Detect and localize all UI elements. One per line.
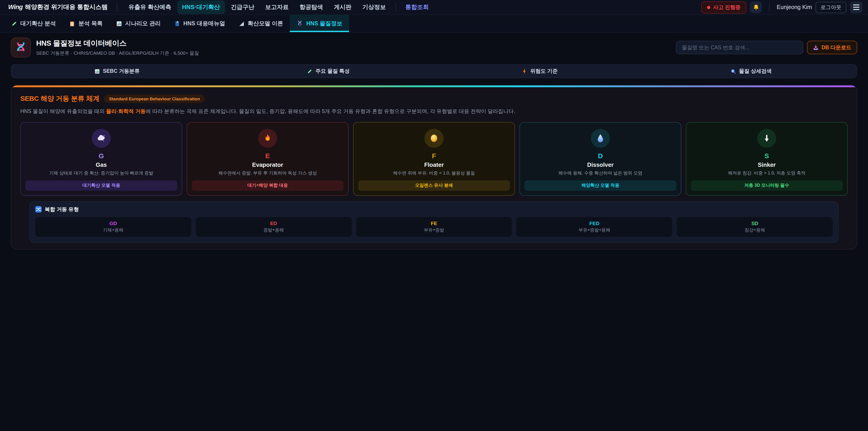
gas-cloud-icon <box>92 129 111 148</box>
top-nav: Wing 해양환경 위기대응 통합시스템 유출유 확산예측 HNS·대기확산 긴… <box>0 0 868 15</box>
tab-substance-detail-search[interactable]: 물질 상세검색 <box>645 65 857 78</box>
divider <box>117 3 117 11</box>
download-tray-icon <box>813 44 819 51</box>
dna-icon <box>15 41 27 53</box>
behavior-name: Floater <box>358 161 510 168</box>
behavior-card-evaporator[interactable]: E Evaporator 해수면에서 증발. 부유 후 기화하여 독성 가스 생… <box>187 122 348 196</box>
subtab-hns-substance-info[interactable]: HNS 물질정보 <box>290 15 349 32</box>
behavior-code: G <box>25 152 177 160</box>
sub-tab-bar: 대기확산 분석 분석 목록 시나리오 관리 <box>0 15 868 33</box>
behavior-code: F <box>358 152 510 160</box>
page-subtitle: SEBC 거동분류 · CHRIS/CAMEO DB · AEGL/ERPG/I… <box>36 50 199 56</box>
nav-item-oil-spill[interactable]: 유출유 확산예측 <box>123 0 176 14</box>
bell-icon <box>752 4 759 11</box>
subtab-atmos-analysis[interactable]: 대기확산 분석 <box>4 15 63 32</box>
divider <box>769 3 770 11</box>
pencil-icon <box>307 68 312 74</box>
complex-chip-ed[interactable]: ED 증발+용해 <box>196 217 352 237</box>
shuffle-icon <box>35 206 41 213</box>
complex-chip-fed[interactable]: FED 부유+증발+용해 <box>517 217 673 237</box>
nav-item-weather[interactable]: 기상정보 <box>358 0 391 14</box>
section-tab-bar: SEBC 거동분류 주요 물질 특성 위험도 기준 물질 상세검색 <box>11 64 857 78</box>
droplet-icon <box>591 129 610 148</box>
behavior-code: S <box>691 152 843 160</box>
complex-panel-header: 복합 거동 유형 <box>35 206 833 213</box>
search-icon <box>730 68 736 74</box>
tab-risk-criteria[interactable]: 위험도 기준 <box>434 65 645 78</box>
behavior-desc: 해수면에서 증발. 부유 후 기화하여 독성 가스 생성 <box>192 171 344 176</box>
behavior-name: Gas <box>25 161 177 168</box>
subtab-analysis-list[interactable]: 분석 목록 <box>63 15 110 32</box>
behavior-code: D <box>524 152 676 160</box>
complex-panel-title: 복합 거동 유형 <box>45 206 79 213</box>
sebc-title: SEBC 해양 거동 분류 체계 <box>20 94 99 103</box>
behavior-response-chip: 저층 3D 모니터링 필수 <box>691 180 843 191</box>
behavior-name: Dissolver <box>524 161 676 168</box>
book-icon <box>174 21 180 26</box>
behavior-card-sinker[interactable]: S Sinker 해저로 침강. 비중 > 1.0, 저층 오염 축적 저층 3… <box>686 122 848 196</box>
sebc-badge: Standard European Behaviour Classificati… <box>104 94 205 103</box>
nav-item-board[interactable]: 게시판 <box>329 0 356 14</box>
behavior-cards: G Gas 기체 상태로 대기 중 확산. 증기압이 높아 빠르게 증발 대기확… <box>20 122 848 196</box>
logo-mark: Wing <box>8 3 23 10</box>
user-name: Eunjeong Kim <box>777 4 812 10</box>
behavior-response-chip: 해양확산 모델 적용 <box>524 180 676 191</box>
red-dot-icon <box>707 6 710 9</box>
clipboard-icon <box>69 21 75 26</box>
nav-item-integrated-search[interactable]: 통합조회 <box>400 0 434 14</box>
behavior-card-floater[interactable]: F Floater 해수면 위에 부유. 비중 < 1.0, 불용성 물질 오일… <box>353 122 515 196</box>
header-actions: DB 다운로드 <box>676 41 857 54</box>
logo-title: 해양환경 위기대응 통합시스템 <box>25 3 107 11</box>
bar-chart-icon <box>94 68 100 74</box>
behavior-response-chip: 오일펜스 유사 봉쇄 <box>358 180 510 191</box>
behavior-card-dissolver[interactable]: D Dissolver 해수에 용해. 수중 확산하여 넓은 범위 오염 해양확… <box>520 122 681 196</box>
nav-item-rescue[interactable]: 긴급구난 <box>226 0 259 14</box>
divider <box>395 3 396 11</box>
down-arrow-icon <box>757 129 776 148</box>
complex-chip-fe[interactable]: FE 부유+증발 <box>356 217 512 237</box>
main-nav: 유출유 확산예측 HNS·대기확산 긴급구난 보고자료 항공탐색 게시판 기상정… <box>123 0 434 14</box>
behavior-response-chip: 대기+해양 복합 대응 <box>192 180 344 191</box>
complex-behavior-panel: 복합 거동 유형 GD 기체+용해 ED 증발+용해 FE 부유+증발 <box>29 201 839 243</box>
nav-item-air-search[interactable]: 항공탐색 <box>294 0 328 14</box>
lightning-icon <box>522 68 527 74</box>
behavior-desc: 해수에 용해. 수중 확산하여 넓은 범위 오염 <box>524 171 676 176</box>
page-header: HNS 물질정보 데이터베이스 SEBC 거동분류 · CHRIS/CAMEO … <box>0 33 868 62</box>
behavior-desc: 해저로 침강. 비중 > 1.0, 저층 오염 축적 <box>691 171 843 176</box>
sebc-description: HNS 물질이 해양에 유출되었을 때의 물리·화학적 거동에 따라 분류하는 … <box>20 107 848 116</box>
incident-status-badge: 사고 진행중 <box>702 1 746 13</box>
complex-chip-grid: GD 기체+용해 ED 증발+용해 FE 부유+증발 FED 부유+증발+용해 <box>35 217 833 237</box>
complex-chip-gd[interactable]: GD 기체+용해 <box>35 217 191 237</box>
sebc-panel: SEBC 해양 거동 분류 체계 Standard European Behav… <box>11 85 857 249</box>
notification-button[interactable] <box>750 1 762 13</box>
tab-substance-properties[interactable]: 주요 물질 특성 <box>223 65 434 78</box>
page-icon <box>11 37 31 57</box>
subtab-hns-manual[interactable]: HNS 대응매뉴얼 <box>167 15 232 32</box>
pencil-icon <box>11 21 17 26</box>
complex-chip-sd[interactable]: SD 침강+용해 <box>677 217 833 237</box>
sebc-panel-body: SEBC 해양 거동 분류 체계 Standard European Behav… <box>11 87 857 243</box>
nav-item-hns-atmos[interactable]: HNS·대기확산 <box>177 0 225 14</box>
dna-icon <box>297 20 303 27</box>
yellow-sphere-icon <box>425 129 443 148</box>
tab-sebc-classification[interactable]: SEBC 거동분류 <box>11 65 223 78</box>
db-download-button[interactable]: DB 다운로드 <box>807 41 857 54</box>
hamburger-menu-icon[interactable] <box>850 1 863 13</box>
subtab-scenario-manage[interactable]: 시나리오 관리 <box>110 15 167 32</box>
sebc-description-emphasis: 물리·화학적 거동 <box>106 109 146 114</box>
nav-item-reports[interactable]: 보고자료 <box>260 0 293 14</box>
subtab-model-theory[interactable]: 확산모델 이론 <box>232 15 290 32</box>
behavior-code: E <box>192 152 344 160</box>
substance-search-input[interactable] <box>676 41 803 54</box>
behavior-card-gas[interactable]: G Gas 기체 상태로 대기 중 확산. 증기압이 높아 빠르게 증발 대기확… <box>20 122 182 196</box>
logout-button[interactable]: 로그아웃 <box>815 2 846 13</box>
app-root: Wing 해양환경 위기대응 통합시스템 유출유 확산예측 HNS·대기확산 긴… <box>0 0 868 431</box>
page-title-block: HNS 물질정보 데이터베이스 SEBC 거동분류 · CHRIS/CAMEO … <box>36 39 199 56</box>
sebc-title-row: SEBC 해양 거동 분류 체계 Standard European Behav… <box>20 94 848 103</box>
behavior-name: Sinker <box>691 161 843 168</box>
behavior-name: Evaporator <box>192 161 344 168</box>
gradient-top-border <box>11 86 857 87</box>
app-logo[interactable]: Wing 해양환경 위기대응 통합시스템 <box>5 3 110 11</box>
bar-chart-icon <box>116 21 122 26</box>
top-nav-right: 사고 진행중 Eunjeong Kim 로그아웃 <box>702 1 863 13</box>
